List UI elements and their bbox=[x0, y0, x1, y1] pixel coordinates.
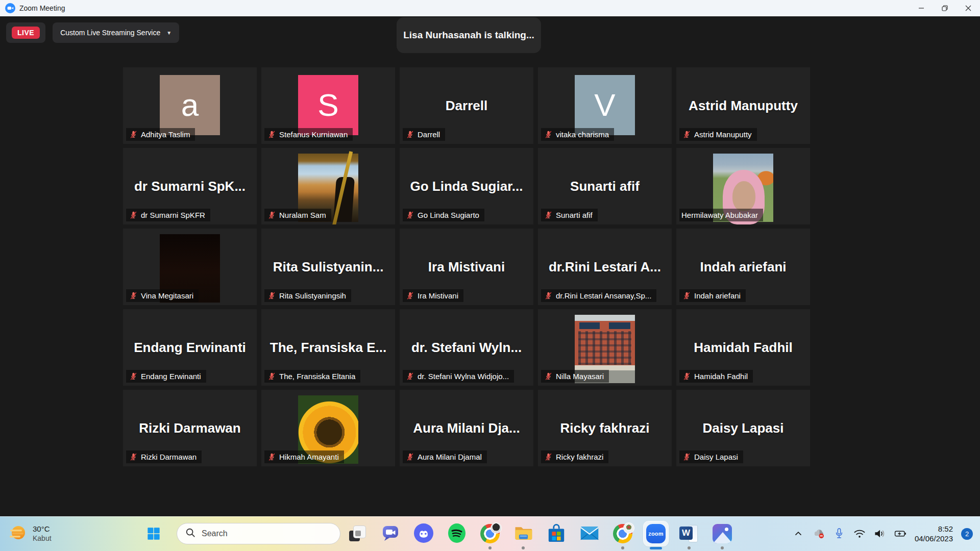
windows-logo-icon bbox=[146, 527, 161, 541]
participant-tile[interactable]: Nuralam Sam bbox=[261, 148, 395, 224]
taskbar-app-spotify[interactable] bbox=[445, 521, 469, 546]
close-button[interactable] bbox=[957, 0, 980, 16]
participant-tile[interactable]: aAdhitya Taslim bbox=[123, 67, 257, 144]
participant-tile[interactable]: Rita Sulistyanin...Rita Sulistyaningsih bbox=[261, 229, 395, 305]
mic-muted-icon bbox=[129, 130, 138, 139]
participant-name-label: dr. Stefani Wylna Widjojo... bbox=[403, 370, 514, 383]
mic-muted-icon bbox=[544, 453, 553, 461]
taskbar-app-discord[interactable] bbox=[411, 521, 436, 546]
mic-muted-icon bbox=[129, 372, 138, 381]
participant-name-text: Nuralam Sam bbox=[279, 211, 326, 219]
mic-muted-icon bbox=[267, 130, 276, 139]
participant-name-label: Adhitya Taslim bbox=[126, 128, 195, 141]
chevron-up-icon[interactable] bbox=[792, 529, 804, 539]
participant-tile[interactable]: dr.Rini Lestari A...dr.Rini Lestari Ansa… bbox=[538, 229, 672, 305]
participant-name-label: Rizki Darmawan bbox=[126, 450, 202, 463]
participant-name-text: Ricky fakhrazi bbox=[556, 453, 603, 461]
taskbar-app-photos[interactable] bbox=[710, 521, 734, 546]
participant-name-text: Daisy Lapasi bbox=[694, 453, 738, 461]
participant-tile[interactable]: dr Sumarni SpK...dr Sumarni SpKFR bbox=[123, 148, 257, 224]
participant-name-text: Endang Erwinanti bbox=[141, 372, 201, 381]
participant-tile[interactable]: The, Fransiska E...The, Fransiska Eltani… bbox=[261, 309, 395, 386]
restore-button[interactable] bbox=[933, 0, 957, 16]
letter-avatar: S bbox=[298, 75, 358, 135]
participant-tile[interactable]: DarrellDarrell bbox=[400, 67, 533, 144]
participant-name-text: Ira Mistivani bbox=[418, 291, 458, 300]
participant-tile[interactable]: Go Linda Sugiar...Go Linda Sugiarto bbox=[400, 148, 533, 224]
mic-muted-icon bbox=[544, 372, 553, 381]
participant-name-text: vitaka charisma bbox=[556, 130, 609, 139]
mic-muted-icon bbox=[129, 211, 138, 219]
mic-muted-icon bbox=[267, 372, 276, 381]
mic-muted-icon bbox=[267, 453, 276, 461]
onedrive-icon[interactable] bbox=[813, 528, 825, 539]
participant-tile[interactable]: Vina Megitasari bbox=[123, 229, 257, 305]
battery-icon[interactable] bbox=[894, 529, 906, 539]
photos-icon bbox=[713, 524, 732, 543]
meeting-content: LIVE Custom Live Streaming Service ▼ Lis… bbox=[0, 16, 980, 516]
weather-widget[interactable]: 30°C Kabut bbox=[8, 516, 52, 551]
streaming-service-dropdown[interactable]: Custom Live Streaming Service ▼ bbox=[53, 22, 179, 43]
taskbar-clock[interactable]: 8:52 04/06/2023 bbox=[915, 524, 953, 544]
participant-name-text: Go Linda Sugiarto bbox=[418, 211, 479, 219]
minimize-button[interactable] bbox=[910, 0, 933, 16]
participant-name-label: Hikmah Amayanti bbox=[264, 450, 344, 463]
participant-tile[interactable]: Hermilawaty Abubakar bbox=[676, 148, 810, 224]
notification-count-badge[interactable]: 2 bbox=[961, 528, 973, 540]
mic-muted-icon bbox=[406, 291, 414, 300]
participant-tile[interactable]: Ricky fakhraziRicky fakhrazi bbox=[538, 390, 672, 466]
participant-tile[interactable]: Ira MistivaniIra Mistivani bbox=[400, 229, 533, 305]
taskbar-app-chrome-profile-1[interactable] bbox=[478, 521, 502, 546]
chevron-down-icon: ▼ bbox=[166, 30, 172, 36]
participant-name-label: Daisy Lapasi bbox=[679, 450, 743, 463]
participant-tile[interactable]: Nilla Mayasari bbox=[538, 309, 672, 386]
clock-date: 04/06/2023 bbox=[915, 534, 953, 544]
discord-icon bbox=[413, 523, 434, 545]
mic-muted-icon bbox=[682, 372, 691, 381]
participant-name-label: Indah ariefani bbox=[679, 289, 746, 302]
taskbar-app-file-explorer[interactable] bbox=[511, 521, 535, 546]
teams-chat-icon bbox=[380, 523, 401, 545]
participant-tile[interactable]: Endang ErwinantiEndang Erwinanti bbox=[123, 309, 257, 386]
taskbar-app-teams-chat[interactable] bbox=[378, 521, 403, 546]
participant-name-text: Stefanus Kurniawan bbox=[279, 130, 348, 139]
participant-tile[interactable]: Vvitaka charisma bbox=[538, 67, 672, 144]
participant-name-label: Nilla Mayasari bbox=[541, 370, 609, 383]
participant-tile[interactable]: Indah ariefaniIndah ariefani bbox=[676, 229, 810, 305]
participant-tile[interactable]: Rizki DarmawanRizki Darmawan bbox=[123, 390, 257, 466]
search-placeholder: Search bbox=[202, 529, 228, 538]
participant-name-label: dr Sumarni SpKFR bbox=[126, 209, 210, 221]
participant-tile[interactable]: Hikmah Amayanti bbox=[261, 390, 395, 466]
wifi-icon[interactable] bbox=[853, 529, 866, 539]
participant-name-text: Aura Milani Djamal bbox=[418, 453, 482, 461]
taskbar-app-mail[interactable] bbox=[577, 521, 602, 546]
taskbar-app-microsoft-store[interactable] bbox=[544, 521, 569, 546]
participant-tile[interactable]: dr. Stefani Wyln...dr. Stefani Wylna Wid… bbox=[400, 309, 533, 386]
mic-muted-icon bbox=[406, 130, 414, 139]
participant-name-label: Ira Mistivani bbox=[403, 289, 463, 302]
taskbar-app-chrome-profile-2[interactable] bbox=[610, 521, 635, 546]
taskbar-app-word[interactable]: W bbox=[677, 521, 701, 546]
participant-name-text: Adhitya Taslim bbox=[141, 130, 190, 139]
participant-tile[interactable]: Daisy LapasiDaisy Lapasi bbox=[676, 390, 810, 466]
participant-name-text: Rita Sulistyaningsih bbox=[279, 291, 346, 300]
letter-avatar: V bbox=[575, 75, 635, 135]
mic-muted-icon bbox=[544, 130, 553, 139]
search-input[interactable]: Search bbox=[177, 523, 340, 544]
participant-tile[interactable]: Sunarti afifSunarti afif bbox=[538, 148, 672, 224]
taskbar-app-zoom[interactable]: zoom bbox=[644, 521, 668, 546]
live-badge: LIVE bbox=[12, 27, 40, 39]
participant-name-label: Rita Sulistyaningsih bbox=[264, 289, 351, 302]
participant-name-label: Hermilawaty Abubakar bbox=[679, 209, 763, 221]
participant-tile[interactable]: SStefanus Kurniawan bbox=[261, 67, 395, 144]
participant-tile[interactable]: Aura Milani Dja...Aura Milani Djamal bbox=[400, 390, 533, 466]
window-titlebar: Zoom Meeting bbox=[0, 0, 980, 16]
participant-tile[interactable]: Hamidah FadhilHamidah Fadhil bbox=[676, 309, 810, 386]
start-button[interactable] bbox=[143, 523, 164, 544]
weather-condition: Kabut bbox=[33, 534, 52, 543]
microphone-icon[interactable] bbox=[833, 528, 845, 540]
volume-icon[interactable] bbox=[874, 529, 886, 539]
taskbar-app-task-view[interactable] bbox=[345, 521, 370, 546]
participant-tile[interactable]: Astrid ManuputtyAstrid Manuputty bbox=[676, 67, 810, 144]
mic-muted-icon bbox=[406, 453, 414, 461]
